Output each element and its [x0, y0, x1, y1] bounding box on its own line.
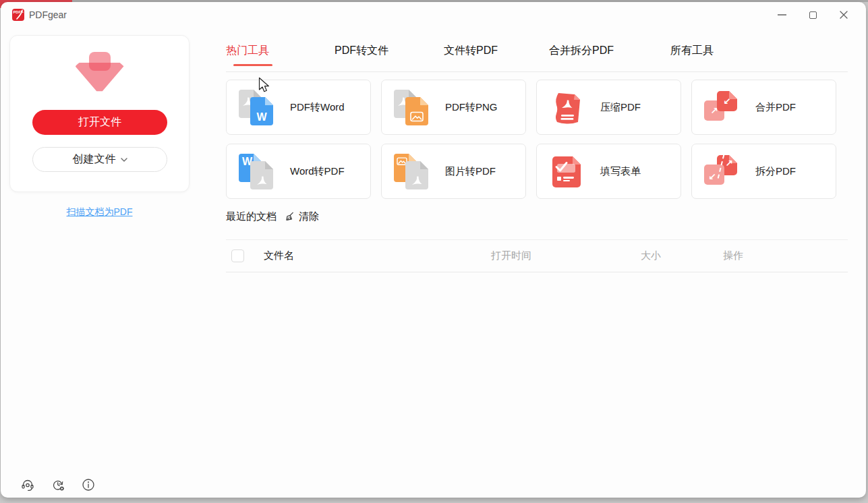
tool-card-pdf-to-png[interactable]: PDF转PNG	[381, 80, 526, 135]
compress-pdf-icon	[549, 90, 585, 126]
window-controls	[766, 5, 859, 25]
image-to-pdf-icon	[394, 154, 430, 190]
recent-documents-title: 最近的文档	[226, 210, 277, 223]
tool-card-pdf-to-word[interactable]: W PDF转Word	[226, 80, 371, 135]
tab-all-tools[interactable]: 所有工具	[670, 44, 738, 64]
tool-card-label: PDF转PNG	[445, 101, 498, 114]
maximize-icon	[809, 11, 817, 19]
tool-card-label: 拆分PDF	[755, 165, 796, 178]
download-arrow-icon	[73, 52, 127, 96]
tool-card-label: Word转PDF	[290, 165, 345, 178]
pdf-to-word-icon: W	[239, 90, 275, 126]
tab-file-to-pdf[interactable]: 文件转PDF	[444, 44, 549, 64]
maximize-button[interactable]	[797, 5, 828, 25]
tool-card-label: 压缩PDF	[600, 101, 641, 114]
tool-card-image-to-pdf[interactable]: 图片转PDF	[381, 144, 526, 199]
tool-card-split-pdf[interactable]: ↗ ↙ 拆分PDF	[691, 144, 836, 199]
window-title: PDFgear	[29, 9, 67, 20]
tool-card-label: PDF转Word	[290, 101, 345, 114]
tabs-divider	[226, 71, 848, 72]
minimize-button[interactable]	[766, 5, 797, 25]
column-actions: 操作	[723, 249, 848, 262]
close-icon	[840, 11, 848, 19]
broom-icon	[284, 211, 295, 223]
column-opened-time: 打开时间	[491, 249, 641, 262]
open-file-dropzone[interactable]: 打开文件 创建文件	[9, 35, 190, 192]
scan-to-pdf-link[interactable]: 扫描文档为PDF	[9, 206, 190, 218]
chevron-down-icon	[121, 158, 127, 162]
clear-recent-button[interactable]: 清除	[284, 210, 319, 223]
close-button[interactable]	[828, 5, 859, 25]
minimize-icon	[778, 14, 786, 16]
split-pdf-icon: ↗ ↙	[704, 154, 741, 190]
sidebar-footer	[20, 477, 96, 492]
create-file-button[interactable]: 创建文件	[32, 147, 167, 172]
select-all-checkbox[interactable]	[231, 249, 244, 262]
create-file-label: 创建文件	[73, 152, 116, 167]
word-to-pdf-icon: W	[239, 154, 275, 190]
tool-card-compress-pdf[interactable]: 压缩PDF	[536, 80, 681, 135]
column-filename: 文件名	[264, 249, 491, 262]
tool-card-label: 填写表单	[600, 165, 641, 178]
headset-support-icon[interactable]	[20, 477, 35, 492]
recent-table-header: 文件名 打开时间 大小 操作	[226, 240, 848, 272]
update-sync-icon[interactable]	[51, 477, 65, 492]
tool-card-merge-pdf[interactable]: ↗ ↙ 合并PDF	[691, 80, 836, 135]
tool-card-label: 图片转PDF	[445, 165, 496, 178]
tool-card-label: 合并PDF	[755, 101, 796, 114]
tab-pdf-to-file[interactable]: PDF转文件	[335, 44, 444, 64]
tool-card-fill-form[interactable]: 填写表单	[536, 144, 681, 199]
table-header-bottom-border	[226, 272, 848, 272]
fill-form-icon	[549, 154, 585, 190]
active-tab-underline	[233, 64, 272, 66]
tab-hot-tools[interactable]: 热门工具	[226, 44, 335, 64]
tab-merge-split-pdf[interactable]: 合并拆分PDF	[549, 44, 670, 64]
pdf-to-png-icon	[394, 90, 430, 126]
pdfgear-window: PDF PDFgear 打开文件 创建文件	[1, 2, 866, 498]
tool-tabs: 热门工具 PDF转文件 文件转PDF 合并拆分PDF 所有工具	[226, 44, 738, 64]
tool-card-word-to-pdf[interactable]: W Word转PDF	[226, 144, 371, 199]
open-file-button[interactable]: 打开文件	[32, 110, 167, 135]
clear-recent-label: 清除	[299, 210, 319, 223]
column-size: 大小	[641, 249, 723, 262]
merge-pdf-icon: ↗ ↙	[704, 90, 741, 126]
title-bar[interactable]: PDF PDFgear	[1, 2, 866, 29]
pdfgear-logo-icon: PDF	[12, 9, 24, 21]
info-icon[interactable]	[81, 477, 96, 492]
